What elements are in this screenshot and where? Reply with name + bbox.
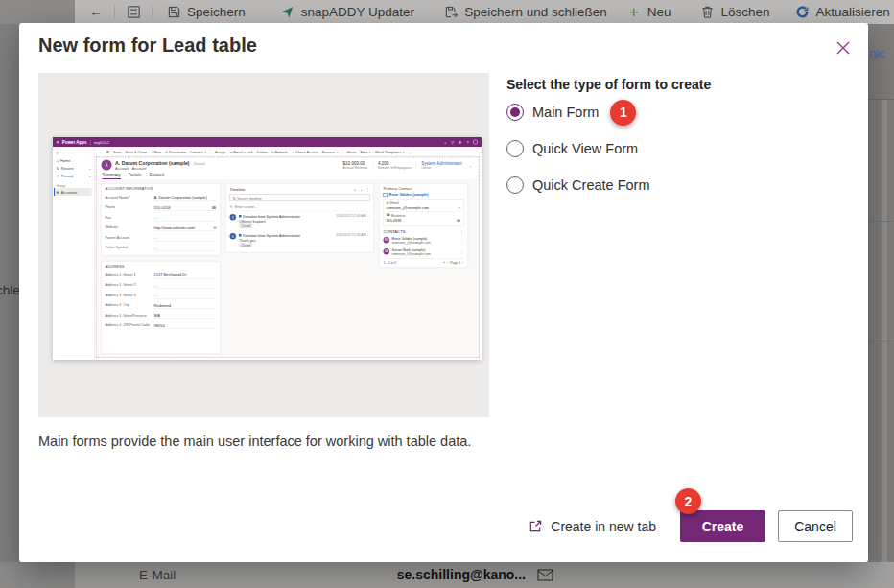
radio-selected-icon[interactable] [506,104,524,121]
hamburger-icon: ≡ [57,140,59,145]
mini-cmd-flow: Flow∨ [360,150,371,154]
mini-nav-pinned: ✦Pinned⌄ [57,172,92,179]
save-and-close-icon [443,5,459,20]
table-icon: ⊞ [57,190,59,195]
background-divider-line [868,221,894,222]
new-button[interactable]: + Neu [626,5,671,20]
mini-cmd-refresh: ↻Refresh [271,150,288,154]
create-in-new-tab-link[interactable]: Create in new tab [529,519,656,534]
home-icon: ⌂ [57,158,59,163]
field-row: Address 1: Street 2--- [106,280,217,291]
snapaddy-updater-button[interactable]: snapADDY Updater [280,5,414,20]
close-button[interactable] [832,36,855,59]
toolbar-divider [114,5,115,19]
avatar: SB [384,248,390,255]
save-button-label: Speichern [187,5,246,19]
mini-environment: org612c2 [94,140,110,145]
field-row: Ticker Symbol--- [106,243,217,253]
annotation-badge-2: 2 [675,488,701,514]
envelope-icon: ✉ [229,150,232,154]
help-icon: ? [466,140,468,145]
post-icon [239,215,242,218]
phone-icon: ☎ [212,205,217,210]
form-list-button[interactable] [126,5,141,20]
radio-quick-create-form[interactable]: Quick Create Form [506,176,649,194]
mini-cmd-email-link: ✉Email a Link [229,150,253,154]
field-row: Address 1: Street 3--- [106,291,217,301]
globe-icon: ⊕ [213,225,216,230]
radio-icon[interactable] [506,176,524,194]
chevron-down-icon: ⌄ [360,187,363,192]
timeline-card: Timeline +⌄⋮ Search timeline ✎Enter a no… [225,183,374,253]
mini-cmd-divider [210,150,211,154]
primary-contact-link: Rene Valdes (sample) [384,193,464,198]
post-icon [239,234,242,237]
field-row: Account Name*A. Datum Corporation (sampl… [106,193,217,203]
back-arrow-icon: ← [99,150,103,154]
contact-quick-view: ✉Email someone_j@example.com✉ ☎Business … [384,199,464,226]
address-card: ADDRESS Address 1: Street 12137 Birchwoo… [101,261,221,354]
mini-app-bar: ≡ Power Apps | org612c2 + ▽ ⚙ ? [53,137,482,147]
field-row: Websitehttp://www.adatum.com/⊕ [106,223,217,233]
refresh-button[interactable]: Aktualisieren [795,5,890,20]
radio-quick-view-form[interactable]: Quick View Form [506,140,649,157]
radio-icon[interactable] [506,140,524,157]
mini-cmd-delete: Delete [257,150,268,154]
background-left-partial-text: chle [0,283,19,297]
grid-icon: ⊞ [106,150,109,154]
background-divider-line [868,341,894,341]
background-scrollbar[interactable] [882,100,887,562]
filter-icon: ▽ [451,140,454,145]
toolbar-divider [152,5,153,19]
more-icon: ⋮ [409,150,412,154]
mini-cmd-save-close: Save & Close [125,150,147,154]
more-icon: ⋮ [460,238,464,243]
mini-cmd-share: Share [346,150,356,154]
radio-main-form[interactable]: Main Form 1 [506,104,649,121]
mini-brand: Power Apps [62,140,87,145]
card-title: Primary Contact [384,187,464,192]
delete-button-label: Löschen [720,5,769,19]
stat-employees: 4,200Number of Employees [373,161,416,170]
app-command-bar: ← Speichern snapADDY Updater Speichern u… [0,0,894,24]
close-icon [836,41,850,55]
check-icon: ✓ [292,150,294,154]
mini-nav-menu: ≡ [57,149,92,156]
back-arrow-icon: ← [88,5,104,20]
cancel-button[interactable]: Cancel [778,510,853,542]
back-button[interactable]: ← [88,5,104,20]
more-icon: ⋮ [460,249,464,254]
radio-label: Quick View Form [532,141,638,156]
mini-nav-home: ⌂Home [57,156,92,164]
tab-summary: Summary [103,173,121,179]
save-button[interactable]: Speichern [166,5,246,20]
dialog-title: New form for Lead table [38,35,257,57]
envelope-icon [537,568,553,585]
deactivate-icon: ⊘ [165,150,168,154]
field-row: Address 1: CityRedmond [106,300,217,311]
email-field-label: E-Mail [139,568,176,582]
primary-contact-card: Primary Contact Rene Valdes (sample) ✉Em… [379,183,468,268]
create-button[interactable]: Create [680,510,765,542]
mini-appbar-divider: | [89,140,90,145]
stat-annual-revenue: $10,000.00Annual Revenue [339,161,373,170]
app-sidebar-edge [0,0,75,24]
app-sidebar-edge-bottom [0,562,75,588]
record-stats: $10,000.00Annual Revenue 4,200Number of … [339,161,474,170]
background-right-strip: nic [868,24,894,562]
mini-nav-recent: ↻Recent⌄ [57,164,92,172]
mini-cmd-connect: Connect∨ [190,150,207,154]
form-preview-panel: ≡ Power Apps | org612c2 + ▽ ⚙ ? ≡ [38,73,489,417]
save-icon [166,5,181,20]
phone-icon: ☎ [457,218,461,223]
radio-label: Quick Create Form [532,177,649,193]
save-and-close-label: Speichern und schließen [464,5,607,19]
new-form-dialog: New form for Lead table ≡ Power Apps | o… [19,23,868,562]
timeline-header: Timeline +⌄⋮ [230,187,370,192]
dialog-footer: Create in new tab 2 Create Cancel [529,510,853,542]
mini-cmd-assign: Assign [215,150,225,154]
delete-button[interactable]: Löschen [699,5,769,20]
background-right-partial-text: nic [869,46,885,60]
save-and-close-button[interactable]: Speichern und schließen [443,5,607,20]
mini-appbar-icons: + ▽ ⚙ ? [444,140,478,145]
